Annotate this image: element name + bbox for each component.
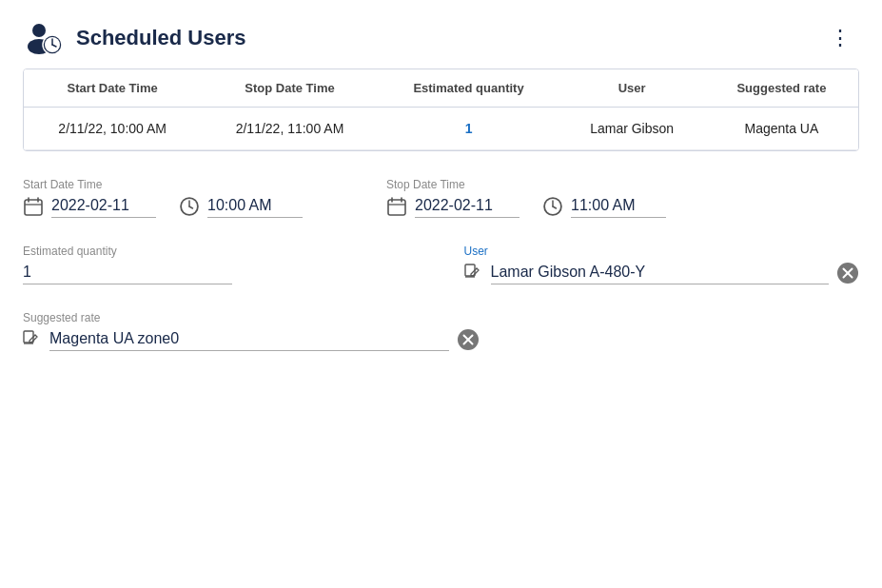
stop-date-input-group (386, 195, 519, 218)
cell-stop: 2/11/22, 11:00 AM (201, 108, 378, 150)
calendar-icon-stop (386, 196, 407, 217)
start-time-label (179, 178, 303, 191)
form-section: Start Date Time (0, 168, 882, 397)
start-date-group: Start Date Time (23, 178, 156, 218)
clear-rate-button[interactable] (457, 328, 480, 351)
suggested-rate-row: Suggested rate (23, 311, 480, 351)
col-user: User (559, 69, 704, 108)
start-label: Start Date Time (23, 178, 156, 191)
stop-time-group (542, 178, 666, 218)
calendar-icon-start (23, 196, 44, 217)
cell-start: 2/11/22, 10:00 AM (24, 108, 201, 150)
col-start-date-time: Start Date Time (24, 69, 201, 108)
cell-quantity: 1 (379, 108, 559, 150)
user-group: User (464, 245, 860, 284)
col-estimated-quantity: Estimated quantity (379, 69, 559, 108)
svg-rect-27 (24, 331, 33, 343)
page-header: Scheduled Users ⋮ (0, 0, 882, 69)
scheduled-users-table: Start Date Time Stop Date Time Estimated… (23, 69, 859, 151)
quantity-group: Estimated quantity (23, 245, 221, 284)
user-label: User (464, 245, 860, 258)
suggested-rate-editable-field (23, 328, 480, 351)
svg-point-0 (32, 24, 46, 37)
quantity-input[interactable] (23, 262, 232, 284)
col-stop-date-time: Stop Date Time (201, 69, 378, 108)
col-suggested-rate: Suggested rate (705, 69, 858, 108)
stop-time-input-group (542, 195, 666, 218)
edit-icon-user (464, 264, 483, 283)
datetime-row: Start Date Time (23, 178, 859, 218)
start-time-input-group (179, 195, 303, 218)
cell-suggested-rate: Magenta UA (705, 108, 858, 150)
suggested-rate-label: Suggested rate (23, 311, 480, 324)
start-date-input-group (23, 195, 156, 218)
quantity-label: Estimated quantity (23, 245, 221, 258)
svg-rect-22 (465, 265, 475, 276)
clock-icon-stop (542, 196, 563, 217)
stop-date-group: Stop Date Time (386, 178, 519, 218)
page-title: Scheduled Users (76, 26, 811, 50)
kebab-menu-button[interactable]: ⋮ (822, 22, 859, 54)
quantity-user-row: Estimated quantity User (23, 245, 859, 284)
user-editable-field (464, 262, 860, 284)
start-time-input[interactable] (207, 195, 303, 218)
suggested-rate-input[interactable] (49, 328, 449, 351)
table-header-row: Start Date Time Stop Date Time Estimated… (24, 69, 858, 108)
start-date-input[interactable] (51, 195, 156, 218)
stop-date-input[interactable] (415, 195, 519, 218)
clock-icon-start (179, 196, 200, 217)
svg-rect-14 (388, 200, 405, 215)
stop-label: Stop Date Time (386, 178, 519, 191)
clear-user-button[interactable] (836, 262, 859, 284)
suggested-rate-group: Suggested rate (23, 311, 480, 351)
start-time-group (179, 178, 303, 218)
table-row[interactable]: 2/11/22, 10:00 AM 2/11/22, 11:00 AM 1 La… (24, 108, 858, 150)
stop-time-input[interactable] (571, 195, 666, 218)
svg-rect-6 (25, 200, 42, 215)
user-input[interactable] (491, 262, 830, 284)
scheduled-users-icon (23, 17, 65, 59)
edit-icon-rate (23, 330, 42, 349)
stop-time-label (542, 178, 666, 191)
cell-user: Lamar Gibson (559, 108, 704, 150)
